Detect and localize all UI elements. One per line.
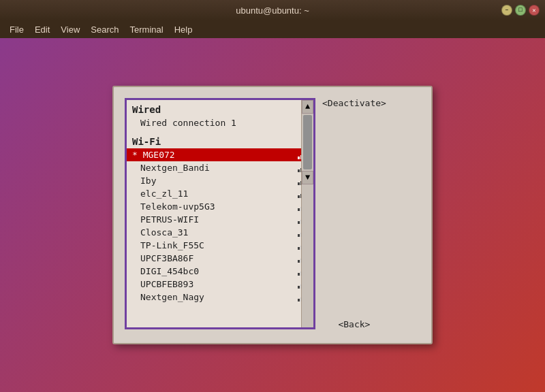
window-controls: – □ ✕ [501,5,540,16]
list-item[interactable]: UPCF3BA86F [127,252,313,265]
network-name: PETRUS-WIFI [140,214,199,225]
list-item[interactable]: elc_zl_11 [127,187,313,200]
list-item[interactable]: Wired connection 1 [127,116,313,129]
menu-view[interactable]: View [57,23,84,36]
menu-bar: File Edit View Search Terminal Help [0,20,545,38]
content-area: Wired Wired connection 1 Wi-Fi * MGE072 [0,38,545,392]
menu-help[interactable]: Help [170,23,197,36]
network-name: Closca_31 [140,227,188,238]
title-bar: ubuntu@ubuntu: ~ – □ ✕ [0,0,545,20]
network-dialog: Wired Wired connection 1 Wi-Fi * MGE072 [112,86,433,344]
window-title: ubuntu@ubuntu: ~ [236,5,309,16]
network-name: Wired connection 1 [140,118,236,128]
network-name: Nextgen_Bandi [140,163,210,173]
list-item[interactable]: Closca_31 [127,226,313,239]
network-name: DIGI_454bc0 [140,266,199,276]
list-item[interactable]: Iby [127,174,313,187]
scroll-thumb[interactable] [303,115,312,169]
network-container: Wired Wired connection 1 Wi-Fi * MGE072 [125,98,420,329]
network-name: UPCBFEB893 [140,279,193,289]
network-name: TP-Link_F55C [140,240,204,250]
menu-terminal[interactable]: Terminal [126,23,168,36]
minimize-button[interactable]: – [501,5,512,16]
close-button[interactable]: ✕ [529,5,540,16]
wifi-section-header: Wi-Fi [127,135,313,148]
menu-edit[interactable]: Edit [31,23,54,36]
menu-file[interactable]: File [5,23,28,36]
network-name: Telekom-uvp5G3 [140,201,215,212]
network-name: Nextgen_Nagy [140,292,204,302]
side-buttons: <Deactivate> <Back> [322,98,386,329]
list-item[interactable]: TP-Link_F55C [127,239,313,252]
list-item[interactable]: Telekom-uvp5G3 [127,200,313,213]
wired-section-header: Wired [127,103,313,116]
list-item[interactable]: PETRUS-WIFI [127,213,313,226]
scrollbar[interactable]: ▲ ▼ [301,100,313,327]
network-name: elc_zl_11 [140,189,188,199]
network-name: * MGE072 [132,150,175,160]
menu-search[interactable]: Search [87,23,123,36]
network-name: UPCF3BA86F [140,253,193,263]
list-item[interactable]: * MGE072 [127,148,313,161]
back-button[interactable]: <Back> [322,319,386,329]
network-name: Iby [140,176,156,186]
deactivate-button[interactable]: <Deactivate> [322,98,386,108]
list-item[interactable]: DIGI_454bc0 [127,265,313,278]
scroll-down-button[interactable]: ▼ [302,171,313,184]
list-item[interactable]: Nextgen_Bandi [127,161,313,174]
list-item[interactable]: UPCBFEB893 [127,278,313,291]
maximize-button[interactable]: □ [515,5,526,16]
list-content: Wired Wired connection 1 Wi-Fi * MGE072 [127,100,313,306]
list-item[interactable]: Nextgen_Nagy [127,291,313,304]
scroll-up-button[interactable]: ▲ [302,100,313,114]
network-list-panel: Wired Wired connection 1 Wi-Fi * MGE072 [125,98,315,329]
